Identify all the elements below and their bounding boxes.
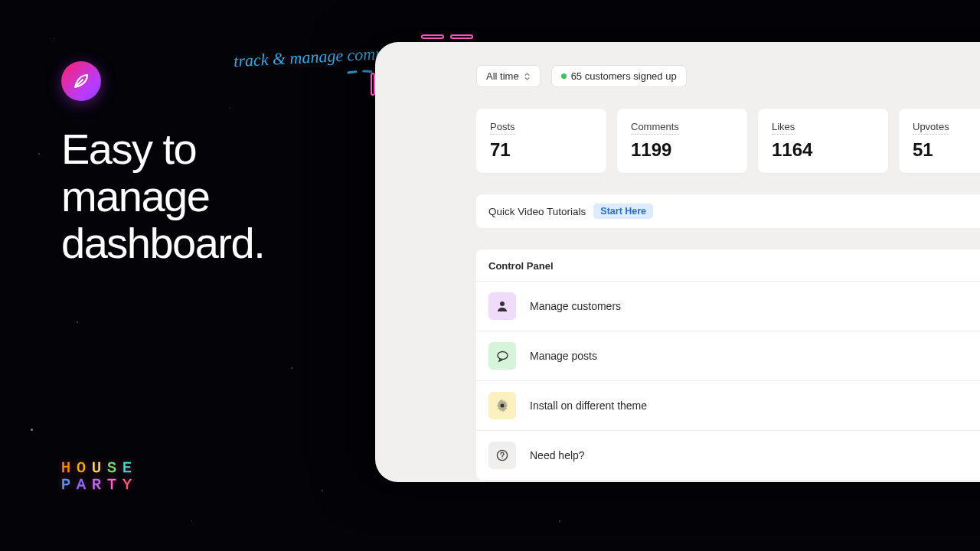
stat-card-likes[interactable]: Likes 1164: [758, 109, 888, 173]
stat-label: Comments: [631, 121, 679, 135]
status-dot-icon: [561, 73, 567, 79]
start-here-badge[interactable]: Start Here: [593, 204, 653, 219]
time-filter-label: All time: [486, 70, 519, 82]
svg-point-0: [500, 302, 505, 306]
control-panel-title: Control Panel: [476, 249, 980, 281]
control-row-manage-customers[interactable]: Manage customers: [476, 281, 980, 331]
decoration-side-tab: [371, 73, 375, 96]
control-row-label: Manage customers: [530, 300, 621, 312]
stat-value: 1199: [631, 139, 733, 161]
decoration-top-tabs: [421, 34, 473, 39]
stat-value: 71: [490, 139, 593, 161]
stat-card-posts[interactable]: Posts 71: [476, 109, 606, 173]
signup-status-pill: 65 customers signed up: [551, 65, 687, 87]
stat-label: Posts: [490, 121, 515, 135]
dashboard-panel: All time 65 customers signed up Posts 71…: [375, 42, 980, 482]
stat-card-comments[interactable]: Comments 1199: [617, 109, 747, 173]
houseparty-logo: HOUSE PARTY: [61, 460, 138, 494]
signup-status-text: 65 customers signed up: [571, 70, 677, 82]
user-icon: [488, 292, 516, 320]
stats-row: Posts 71 Comments 1199 Likes 1164 Upvote…: [476, 109, 980, 173]
tutorials-bar[interactable]: Quick Video Tutorials Start Here: [476, 194, 980, 228]
stat-label: Likes: [772, 121, 795, 135]
control-row-need-help[interactable]: Need help?: [476, 430, 980, 480]
hero-title: Easy to manage dashboard.: [61, 126, 337, 267]
question-icon: [488, 442, 516, 469]
stat-card-upvotes[interactable]: Upvotes 51: [899, 109, 980, 173]
control-row-install-theme[interactable]: Install on different theme: [476, 380, 980, 430]
svg-point-1: [498, 351, 508, 359]
stat-value: 51: [913, 139, 977, 161]
stat-value: 1164: [772, 139, 874, 161]
feather-icon: [72, 72, 90, 90]
control-row-label: Need help?: [530, 449, 585, 461]
chevron-updown-icon: [524, 72, 531, 81]
control-row-manage-posts[interactable]: Manage posts: [476, 331, 980, 380]
control-panel: Control Panel Manage customers Manage po…: [476, 249, 980, 480]
logo-badge: [61, 61, 101, 101]
stat-label: Upvotes: [913, 121, 949, 135]
gear-icon: [488, 392, 516, 419]
control-row-label: Install on different theme: [530, 399, 647, 412]
chat-icon: [488, 342, 516, 370]
control-row-label: Manage posts: [530, 350, 597, 362]
svg-point-3: [501, 458, 502, 458]
time-filter-select[interactable]: All time: [476, 65, 541, 87]
tutorials-label: Quick Video Tutorials: [488, 206, 586, 217]
